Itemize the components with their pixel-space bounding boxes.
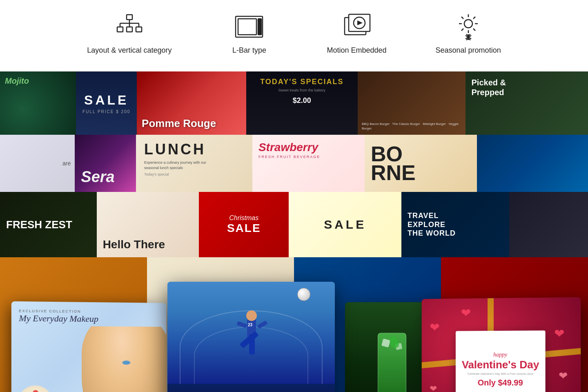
icon-item-motion[interactable]: Motion Embedded	[327, 12, 386, 55]
gallery-strawberry[interactable]: Strawberry FRESH FRUIT BEVERAGE	[252, 135, 365, 192]
gallery-hello[interactable]: Hello There	[97, 192, 199, 257]
svg-rect-1	[117, 27, 123, 32]
gallery-mojito[interactable]: Mojito	[0, 71, 76, 135]
heart-6: ❤	[559, 370, 568, 382]
specials-sub: Sweet treats from the bakery	[278, 88, 325, 92]
layout-label: Layout & vertical category	[87, 46, 172, 55]
gallery-right-dark[interactable]	[509, 192, 588, 257]
gallery-sera[interactable]: Sera	[75, 135, 136, 192]
pomme-text: Pomme Rouge	[142, 117, 216, 130]
icon-item-lbar[interactable]: L-Bar type	[220, 12, 278, 55]
card-sport[interactable]: 23 ♦ Sport LiveBOX SPORT NEWS	[167, 282, 335, 392]
specials-price: $2.00	[293, 96, 311, 105]
picked-text: Picked &Prepped	[472, 78, 582, 97]
sera-text: Sera	[81, 168, 114, 186]
svg-line-22	[473, 29, 475, 31]
valentine-celebrate: Celebrate Valentine's Day With a Free ce…	[468, 373, 534, 376]
gallery-pomme[interactable]: Pomme Rouge	[137, 71, 246, 135]
lunch-special: Today's special	[144, 172, 244, 176]
borne-text: BORNE	[371, 145, 416, 183]
gallery-row-1: Mojito SALE FULL PRICE $ 200 Pomme Rouge…	[0, 71, 588, 135]
salegeo-text: SALE	[324, 218, 366, 232]
card-valentine[interactable]: ❤ ❤ ❤ ❤ ❤ ❤ ❤ happy Valentine's Day	[422, 297, 581, 392]
svg-rect-2	[127, 27, 132, 32]
gallery-freshzest[interactable]: FRESH ZEST	[0, 192, 97, 257]
seasonal-icon	[454, 12, 483, 41]
motion-label: Motion Embedded	[327, 46, 386, 55]
heart-1: ❤	[430, 320, 439, 334]
gallery-salegeo[interactable]: SALE	[289, 192, 401, 257]
svg-rect-11	[258, 19, 261, 35]
straw-sub: FRESH FRUIT BEVERAGE	[258, 155, 359, 159]
valentine-title: Valentine's Day	[462, 359, 539, 371]
icon-item-layout[interactable]: Layout & vertical category	[87, 12, 172, 55]
hello-text: Hello There	[103, 238, 165, 251]
lbar-icon	[235, 12, 263, 41]
gallery-row-3: FRESH ZEST Hello There Christmas SALE SA…	[0, 192, 588, 257]
burger-labels: BBQ Bacon Burger The Classic Burger Midn…	[362, 122, 461, 131]
gallery-row-4: EXCLUSIVE COLLECTION My Everyday Makeup	[0, 257, 588, 392]
svg-rect-0	[127, 15, 132, 20]
heart-2: ❤	[461, 306, 471, 320]
card-makeup[interactable]: EXCLUSIVE COLLECTION My Everyday Makeup	[11, 301, 167, 392]
freshzest-text: FRESH ZEST	[6, 219, 91, 230]
mojito-text: Mojito	[5, 76, 29, 86]
gallery-burger[interactable]: BBQ Bacon Burger The Classic Burger Midn…	[358, 71, 465, 135]
gallery-lunch[interactable]: LUNCH Experience a culinary journey with…	[136, 135, 252, 192]
gallery-specials[interactable]: TODAY'S SPECIALS Sweet treats from the b…	[246, 71, 358, 135]
cards-layer: EXCLUSIVE COLLECTION My Everyday Makeup	[0, 257, 588, 392]
lunch-sub: Experience a culinary journey with our s…	[144, 160, 209, 170]
heart-3: ❤	[554, 326, 564, 341]
gallery-row-2: are Sera LUNCH Experience a culinary jou…	[0, 135, 588, 192]
straw-text: Strawberry	[258, 141, 359, 154]
specials-title: TODAY'S SPECIALS	[260, 78, 343, 86]
gallery-colorful[interactable]	[477, 135, 588, 192]
sale-subtitle: FULL PRICE $ 200	[82, 109, 130, 114]
gallery-sale-dark[interactable]: SALE FULL PRICE $ 200	[76, 71, 137, 135]
christmas-label: Christmas SALE	[227, 214, 261, 235]
svg-rect-10	[238, 19, 256, 35]
svg-line-24	[461, 29, 463, 31]
lbar-label: L-Bar type	[232, 46, 266, 55]
motion-icon	[343, 12, 371, 41]
seasonal-label: Seasonal promotion	[436, 46, 501, 55]
svg-line-23	[473, 17, 475, 19]
layout-icon	[115, 12, 144, 41]
makeup-title: My Everyday Makeup	[19, 313, 159, 325]
svg-line-21	[461, 17, 463, 19]
valentine-price: Only $49.99	[478, 379, 523, 388]
heart-7: ❤	[430, 384, 437, 392]
travel-text: TRAVELEXPLORETHE WORLD	[408, 212, 503, 238]
icons-section: Layout & vertical category L-Bar type Mo…	[0, 0, 588, 71]
lunch-text: LUNCH	[144, 141, 244, 158]
are-text: are	[62, 160, 71, 167]
sale-text: SALE	[84, 93, 129, 108]
svg-point-16	[464, 20, 472, 28]
svg-rect-3	[136, 27, 142, 32]
gallery-section: Mojito SALE FULL PRICE $ 200 Pomme Rouge…	[0, 71, 588, 392]
gallery-travel[interactable]: TRAVELEXPLORETHE WORLD	[401, 192, 509, 257]
gallery-christmas[interactable]: Christmas SALE	[199, 192, 289, 257]
gallery-borne[interactable]: BORNE	[365, 135, 477, 192]
valentine-happy: happy	[493, 352, 507, 358]
gallery-picked[interactable]: Picked &Prepped	[466, 71, 588, 135]
icon-item-seasonal[interactable]: Seasonal promotion	[436, 12, 501, 55]
gallery-are[interactable]: are	[0, 135, 75, 192]
valentine-inner-card: happy Valentine's Day Celebrate Valentin…	[456, 331, 546, 392]
